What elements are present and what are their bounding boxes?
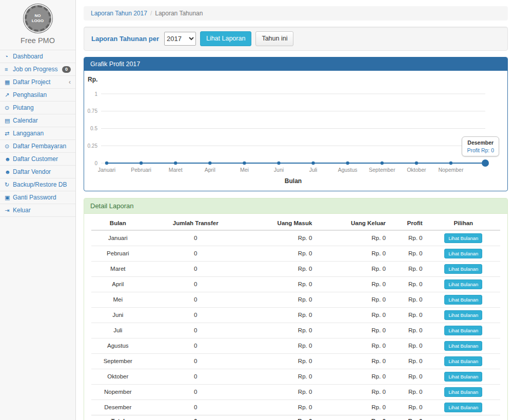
app-layout: NO LOGO Free PMO ◔Dashboard≡Job on Progr…: [0, 0, 513, 420]
sidebar-item-daftar-project: ▦Daftar Project‹: [0, 76, 75, 89]
chart-panel-title: Grafik Profit 2017: [84, 57, 507, 71]
sidebar-link-daftar-project[interactable]: ▦Daftar Project‹: [0, 76, 75, 89]
x-tick-label: Nopember: [438, 167, 464, 173]
sidebar-item-label: Daftar Vendor: [13, 168, 71, 175]
cell-profit: Rp. 0: [390, 323, 427, 338]
cell-uang_masuk: Rp. 0: [247, 307, 316, 323]
table-row-juli: Juli0Rp. 0Rp. 0Rp. 0Lihat Bulanan: [91, 323, 500, 338]
sidebar-link-backup-restore-db[interactable]: ↻Backup/Restore DB: [0, 178, 75, 191]
cell-uang_masuk: Rp. 0: [247, 384, 316, 399]
data-point-pebruari[interactable]: [140, 161, 143, 164]
sidebar-item-piutang: ⊙Piutang: [0, 102, 75, 114]
table-row-januari: Januari0Rp. 0Rp. 0Rp. 0Lihat Bulanan: [91, 230, 500, 246]
sidebar-link-langganan[interactable]: ⇄Langganan: [0, 127, 75, 140]
sidebar-link-ganti-password[interactable]: ▣Ganti Password: [0, 191, 75, 204]
table-row-juni: Juni0Rp. 0Rp. 0Rp. 0Lihat Bulanan: [91, 307, 500, 323]
lihat-bulanan-button-nopember[interactable]: Lihat Bulanan: [444, 387, 482, 397]
cell-jumlah_transfer: 0: [145, 399, 247, 415]
sidebar-link-daftar-customer[interactable]: ☻Daftar Customer: [0, 153, 75, 166]
cell-profit: Rp. 0: [390, 292, 427, 307]
sidebar-link-dashboard[interactable]: ◔Dashboard: [0, 50, 75, 63]
lihat-bulanan-button-april[interactable]: Lihat Bulanan: [444, 279, 482, 289]
sidebar-item-label: Backup/Restore DB: [13, 181, 71, 188]
column-header-profit: Profit: [390, 216, 427, 230]
sidebar-item-label: Daftar Project: [13, 78, 69, 86]
lihat-bulanan-button-januari[interactable]: Lihat Bulanan: [444, 233, 482, 243]
sidebar-item-label: Ganti Password: [13, 194, 71, 201]
column-header-jumlah-transfer: Jumlah Transfer: [145, 216, 247, 230]
cell-bulan: Juni: [91, 307, 145, 323]
sidebar-item-label: Dashboard: [13, 53, 71, 60]
cell-bulan: Pebruari: [91, 246, 145, 261]
cell-pilihan: Lihat Bulanan: [427, 369, 500, 384]
sidebar-link-calendar[interactable]: ▤Calendar: [0, 114, 75, 127]
sidebar-link-daftar-pembayaran[interactable]: ⊙Daftar Pembayaran: [0, 140, 75, 153]
data-point-september[interactable]: [381, 161, 384, 164]
cell-jumlah_transfer: 0: [145, 369, 247, 384]
cell-uang_masuk: Rp. 0: [247, 338, 316, 353]
main-content: Laporan Tahun 2017/Laporan Tahunan Lapor…: [76, 0, 513, 420]
data-point-mei[interactable]: [243, 161, 246, 164]
cell-uang_keluar: Rp. 0: [316, 230, 389, 246]
cell-uang_masuk: Rp. 0: [247, 353, 316, 369]
data-point-juli[interactable]: [311, 161, 314, 164]
data-point-agustus[interactable]: [346, 161, 349, 164]
sidebar-item-dashboard: ◔Dashboard: [0, 50, 75, 63]
lihat-bulanan-button-mei[interactable]: Lihat Bulanan: [444, 295, 482, 305]
chevron-left-icon: ‹: [69, 79, 71, 85]
cell-pilihan: Lihat Bulanan: [427, 323, 500, 338]
data-point-desember[interactable]: [482, 159, 489, 167]
cell-profit: Rp. 0: [390, 276, 427, 292]
cell-jumlah_transfer: 0: [145, 323, 247, 338]
cell-pilihan: Lihat Bulanan: [427, 399, 500, 415]
data-point-juni[interactable]: [277, 161, 280, 164]
data-point-nopember[interactable]: [449, 161, 452, 164]
sidebar-item-label: Penghasilan: [13, 91, 71, 98]
table-row-mei: Mei0Rp. 0Rp. 0Rp. 0Lihat Bulanan: [91, 292, 500, 307]
data-point-april[interactable]: [208, 161, 211, 164]
data-point-maret[interactable]: [174, 161, 177, 164]
lihat-bulanan-button-oktober[interactable]: Lihat Bulanan: [444, 372, 482, 382]
data-point-januari[interactable]: [105, 161, 108, 164]
total-cell-uang_masuk: Rp. 0: [247, 415, 316, 420]
lihat-bulanan-button-agustus[interactable]: Lihat Bulanan: [444, 341, 482, 351]
total-cell-profit: Rp. 0: [390, 415, 427, 420]
lihat-bulanan-button-pebruari[interactable]: Lihat Bulanan: [444, 249, 482, 258]
lihat-bulanan-button-juli[interactable]: Lihat Bulanan: [444, 326, 482, 335]
y-tick-label: 0.25: [88, 143, 98, 148]
tahun-ini-button[interactable]: Tahun ini: [255, 31, 293, 46]
retweet-icon: ⇄: [5, 130, 13, 137]
brand-name: Free PMO: [0, 36, 75, 45]
detail-table-wrapper: BulanJumlah TransferUang MasukUang Kelua…: [84, 214, 507, 420]
year-select[interactable]: 2017: [164, 32, 196, 46]
sidebar-link-job-on-progress[interactable]: ≡Job on Progress0: [0, 63, 75, 76]
sidebar-menu: ◔Dashboard≡Job on Progress0▦Daftar Proje…: [0, 50, 75, 217]
sidebar-link-piutang[interactable]: ⊙Piutang: [0, 102, 75, 114]
no-logo-badge: NO LOGO: [25, 5, 51, 32]
sidebar-item-label: Langganan: [13, 130, 71, 137]
cell-bulan: Oktober: [91, 369, 145, 384]
cell-profit: Rp. 0: [390, 338, 427, 353]
lihat-bulanan-button-september[interactable]: Lihat Bulanan: [444, 356, 482, 366]
sidebar-link-daftar-vendor[interactable]: ☻Daftar Vendor: [0, 166, 75, 178]
users-icon: ☻: [5, 156, 13, 162]
x-tick-label: Agustus: [338, 167, 358, 173]
total-cell-bulan: Total: [91, 415, 145, 420]
breadcrumb-link-laporan-tahun[interactable]: Laporan Tahun 2017: [91, 10, 147, 17]
lihat-bulanan-button-juni[interactable]: Lihat Bulanan: [444, 310, 482, 320]
data-point-oktober[interactable]: [415, 161, 418, 164]
sidebar-link-penghasilan[interactable]: ↗Penghasilan: [0, 89, 75, 102]
lihat-laporan-button[interactable]: Lihat Laporan: [200, 31, 251, 46]
cell-bulan: Januari: [91, 230, 145, 246]
cell-profit: Rp. 0: [390, 246, 427, 261]
cell-uang_keluar: Rp. 0: [316, 369, 389, 384]
sidebar-item-daftar-vendor: ☻Daftar Vendor: [0, 166, 75, 178]
cell-profit: Rp. 0: [390, 369, 427, 384]
sidebar-item-langganan: ⇄Langganan: [0, 127, 75, 140]
sidebar-link-keluar[interactable]: ⇥Keluar: [0, 204, 75, 217]
breadcrumb-current: Laporan Tahunan: [155, 10, 203, 17]
lihat-bulanan-button-maret[interactable]: Lihat Bulanan: [444, 264, 482, 274]
lihat-bulanan-button-desember[interactable]: Lihat Bulanan: [444, 403, 482, 412]
sidebar-item-daftar-customer: ☻Daftar Customer: [0, 153, 75, 166]
filter-label: Laporan Tahunan per: [91, 35, 159, 43]
